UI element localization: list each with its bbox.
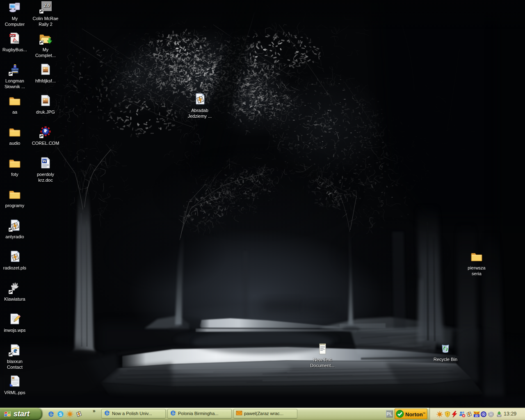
svg-text:Adobe: Adobe: [13, 41, 19, 43]
svg-text:2.0: 2.0: [43, 3, 50, 8]
svg-text:S: S: [59, 412, 62, 417]
svg-text:!: !: [447, 412, 448, 416]
svg-text:W: W: [43, 159, 47, 163]
svg-text:e: e: [14, 346, 17, 354]
svg-text:3D: 3D: [475, 414, 479, 417]
svg-text:PEARSON: PEARSON: [11, 69, 18, 71]
svg-text:D: D: [482, 412, 485, 416]
svg-text:PDF: PDF: [10, 34, 15, 37]
